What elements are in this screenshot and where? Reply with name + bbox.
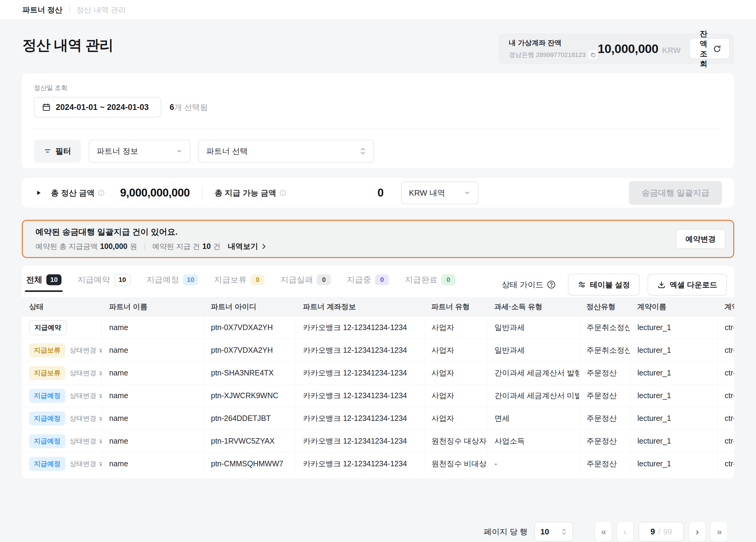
chevron-updown-icon bbox=[360, 147, 366, 155]
cell-partner-id: ptn-XJWCRK9WNC bbox=[204, 384, 296, 407]
status-change-button[interactable]: 상태변경 bbox=[70, 368, 102, 378]
rows-per-page-value: 10 bbox=[540, 527, 549, 537]
status-change-button[interactable]: 상태변경 bbox=[70, 414, 102, 423]
cell-settlement-type: 주문취소정산 bbox=[579, 316, 630, 339]
status-tab[interactable]: 전체 10 bbox=[26, 274, 61, 292]
reserved-count-value: 10 bbox=[202, 242, 211, 251]
cell-partner-id: ptn-0X7VDXA2YH bbox=[204, 339, 296, 362]
table-row[interactable]: 지급예약 name ptn-0X7VDXA2YH 카카오뱅크 12-123412… bbox=[22, 316, 734, 339]
reserved-count-unit: 건 bbox=[213, 242, 221, 251]
cell-partner-type: 사업자 bbox=[424, 384, 487, 407]
cell-partner-id: ptn-CMMSQHMWW7 bbox=[204, 452, 296, 475]
status-badge: 지급보류 bbox=[29, 366, 65, 380]
view-details-link[interactable]: 내역보기 bbox=[228, 241, 267, 251]
table-row[interactable]: 지급예정 상태변경 name ptn-XJWCRK9WNC 카카오뱅크 12-1… bbox=[22, 384, 734, 407]
table-row[interactable]: 지급예정 상태변경 name ptn-1RVWC5ZYAX 카카오뱅크 12-1… bbox=[22, 430, 734, 452]
copy-icon[interactable] bbox=[589, 50, 598, 59]
status-tab[interactable]: 지급완료 0 bbox=[405, 274, 455, 292]
table-row[interactable]: 지급예정 상태변경 name ptn-264DDETJBT 카카오뱅크 12-1… bbox=[22, 407, 734, 430]
status-tab[interactable]: 지급실패 0 bbox=[280, 274, 331, 292]
info-icon[interactable] bbox=[279, 189, 287, 197]
status-change-label: 상태변경 bbox=[70, 391, 96, 400]
column-header: 상태 bbox=[22, 297, 102, 316]
cell-settlement-type: 주문정산 bbox=[579, 430, 630, 452]
status-tab[interactable]: 지급예약 10 bbox=[77, 274, 130, 292]
previous-page-button[interactable]: ‹ bbox=[617, 522, 634, 542]
status-change-button[interactable]: 상태변경 bbox=[70, 459, 102, 468]
cell-partner-name: name bbox=[102, 362, 204, 384]
partner-select-dropdown[interactable]: 파트너 선택 bbox=[198, 140, 374, 163]
table-row[interactable]: 지급보류 상태변경 name ptn-0X7VDXA2YH 카카오뱅크 12-1… bbox=[22, 339, 734, 362]
partner-select-value: 파트너 선택 bbox=[206, 146, 248, 157]
cell-partner-type: 사업자 bbox=[424, 407, 487, 430]
status-tabs: 전체 10 지급예약 10 지급예정 10 지급보류 0 지급실패 0 지급중 … bbox=[26, 274, 455, 292]
filter-button[interactable]: 필터 bbox=[34, 140, 81, 163]
tab-count-badge: 10 bbox=[183, 274, 198, 285]
cell-account: 카카오뱅크 12-12341234-1234 bbox=[296, 362, 424, 384]
change-reservation-button[interactable]: 예약변경 bbox=[676, 229, 725, 249]
column-header: 정산유형 bbox=[579, 297, 630, 316]
question-circle-icon bbox=[547, 280, 556, 289]
last-page-button[interactable]: » bbox=[711, 522, 728, 542]
swap-icon bbox=[98, 348, 102, 353]
cell-partner-id: ptn-1RVWC5ZYAX bbox=[204, 430, 296, 452]
total-pages: 99 bbox=[663, 527, 672, 537]
table-row[interactable]: 지급예정 상태변경 name ptn-CMMSQHMWW7 카카오뱅크 12-1… bbox=[22, 452, 734, 475]
cell-contract-id: ctr-N bbox=[717, 339, 734, 362]
tab-label: 지급예약 bbox=[77, 274, 110, 285]
tab-label: 지급보류 bbox=[214, 274, 247, 285]
reserved-amount-value: 100,000 bbox=[100, 242, 127, 251]
tab-label: 지급예정 bbox=[146, 274, 179, 285]
total-payable-value: 0 bbox=[377, 187, 383, 199]
table-row[interactable]: 지급보류 상태변경 name ptn-SHA3NRE4TX 카카오뱅크 12-1… bbox=[22, 362, 734, 384]
total-settlement-value: 9,000,000,000 bbox=[120, 187, 190, 199]
next-page-button[interactable]: › bbox=[689, 522, 706, 542]
filter-icon bbox=[44, 147, 51, 155]
status-change-button[interactable]: 상태변경 bbox=[70, 437, 102, 446]
total-payable-label: 총 지급 가능 금액 bbox=[215, 188, 277, 198]
cell-tax-type: 간이과세 세금계산서 발행 bbox=[487, 362, 579, 384]
info-icon[interactable] bbox=[98, 189, 105, 197]
page-indicator[interactable]: 9 / 99 bbox=[638, 522, 684, 542]
status-change-button[interactable]: 상태변경 bbox=[70, 391, 102, 400]
chevron-right-icon bbox=[261, 243, 267, 250]
status-change-button[interactable]: 상태변경 bbox=[70, 346, 102, 355]
current-page: 9 bbox=[650, 527, 655, 537]
balance-refresh-button[interactable]: 잔액조회 bbox=[690, 39, 729, 59]
cell-contract-name: lecturer_1 bbox=[630, 316, 717, 339]
table-header-row: 상태파트너 이름파트너 아이디파트너 계좌정보파트너 유형과세·소득 유형정산유… bbox=[22, 297, 734, 316]
cell-contract-id: ctr-6 bbox=[717, 430, 734, 452]
status-guide-link[interactable]: 상태 가이드 bbox=[502, 279, 556, 290]
cell-settlement-type: 주문취소정산 bbox=[579, 339, 630, 362]
expand-caret-icon[interactable] bbox=[36, 190, 41, 196]
status-badge: 지급예약 bbox=[29, 320, 67, 335]
swap-icon bbox=[98, 393, 102, 398]
chevron-updown-icon bbox=[561, 528, 567, 536]
cell-partner-type: 사업자 bbox=[424, 339, 487, 362]
tab-count-badge: 10 bbox=[46, 274, 61, 285]
reserved-amount-unit: 원 bbox=[130, 242, 137, 251]
status-change-label: 상태변경 bbox=[70, 346, 96, 355]
bulk-pay-button[interactable]: 송금대행 일괄지급 bbox=[629, 181, 722, 205]
status-tab[interactable]: 지급중 0 bbox=[347, 274, 389, 292]
currency-detail-value: KRW 내역 bbox=[409, 188, 445, 198]
cell-partner-type: 사업자 bbox=[424, 316, 487, 339]
cell-tax-type: 사업소득 bbox=[487, 430, 579, 452]
reserved-amount-label: 예약된 총 지급금액 bbox=[35, 242, 98, 251]
date-range-picker[interactable]: 2024-01-01 ~ 2024-01-03 bbox=[34, 97, 161, 117]
cell-tax-type: 면세 bbox=[487, 407, 579, 430]
rows-per-page-select[interactable]: 10 bbox=[534, 522, 573, 542]
status-guide-label: 상태 가이드 bbox=[502, 279, 543, 290]
status-tab[interactable]: 지급보류 0 bbox=[214, 274, 264, 292]
column-header: 계약이름 bbox=[630, 297, 717, 316]
summary-divider bbox=[202, 187, 203, 199]
status-tab[interactable]: 지급예정 10 bbox=[146, 274, 198, 292]
first-page-button[interactable]: « bbox=[595, 522, 612, 542]
filter-category-dropdown[interactable]: 파트너 정보 bbox=[89, 140, 191, 163]
cell-tax-type: 간이과세 세금계산서 미발행 bbox=[487, 384, 579, 407]
excel-download-button[interactable]: 엑셀 다운로드 bbox=[648, 274, 727, 296]
currency-detail-dropdown[interactable]: KRW 내역 bbox=[401, 181, 479, 204]
table-settings-button[interactable]: 테이블 설정 bbox=[568, 274, 640, 296]
breadcrumb-section[interactable]: 파트너 정산 bbox=[22, 5, 62, 15]
chevron-down-icon bbox=[176, 148, 183, 154]
